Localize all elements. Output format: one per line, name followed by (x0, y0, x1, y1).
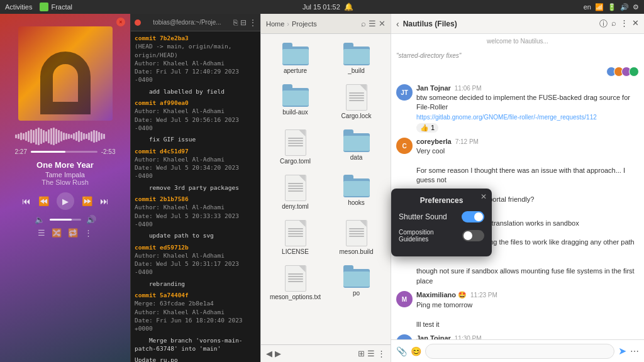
preferences-close-button[interactable]: ✕ (480, 192, 487, 201)
music-close-button[interactable]: × (116, 18, 125, 26)
terminal-menu-icon[interactable]: ⋮ (249, 18, 257, 27)
commit-author: Author: Khaleel Al-Adhami (135, 308, 257, 316)
file-item[interactable]: Cargo.toml (266, 126, 325, 168)
menu-icon[interactable]: ⋮ (84, 228, 92, 238)
files-list-view-icon[interactable]: ☰ (367, 349, 375, 358)
waveform-bar (23, 133, 25, 140)
files-close-icon[interactable]: ✕ (379, 19, 386, 28)
chat-avatar: JT (396, 84, 413, 101)
file-item[interactable]: data (327, 126, 386, 168)
breadcrumb-sep: › (287, 20, 289, 28)
folder-icon (282, 84, 309, 107)
file-item[interactable]: Cargo.lock (327, 80, 386, 123)
waveform-bar (25, 132, 27, 141)
music-player-panel: × 2:27 -2:53 One More Year Tame Impala T… (0, 14, 130, 362)
chat-message: JTJan Tojnar11:30 PMthanks, will try to,… (396, 334, 639, 339)
waveform-bar (40, 129, 42, 144)
file-name-label: _build (348, 67, 365, 74)
files-prev-icon[interactable]: ◀ (266, 349, 272, 358)
terminal-update: Update ru.po (135, 356, 257, 362)
chat-emoji-icon[interactable]: 😊 (411, 346, 421, 356)
play-pause-button[interactable]: ▶ (57, 192, 74, 210)
commit-merge: Merge: 63fcdae 2b8e1a4 (135, 299, 257, 307)
skip-forward-button[interactable]: ⏭ (100, 196, 109, 206)
shuffle-icon[interactable]: 🔀 (52, 228, 62, 238)
chat-sender-name: coreyberla (416, 138, 452, 145)
waveform-bar (78, 131, 80, 142)
chat-send-button[interactable]: ➤ (618, 345, 626, 357)
waveform-bar (88, 133, 90, 140)
composition-guidelines-row: Composition Guidelines (399, 229, 484, 243)
breadcrumb-home[interactable]: Home (266, 20, 284, 28)
file-item[interactable]: po (327, 261, 386, 304)
activities-button[interactable]: Activities (5, 3, 32, 11)
volume-bar[interactable] (50, 219, 81, 221)
volume-down-icon[interactable]: 🔈 (35, 215, 45, 224)
folder-front (343, 136, 370, 151)
files-grid-view-icon[interactable]: ⊞ (358, 349, 365, 358)
chat-more-icon[interactable]: ⋯ (630, 346, 639, 356)
chat-message-time: 11:06 PM (455, 85, 482, 92)
doc-lines (288, 228, 303, 237)
file-item[interactable]: build-aux (266, 80, 325, 123)
file-item[interactable]: _build (327, 39, 386, 78)
shutter-sound-label: Shutter Sound (399, 212, 447, 221)
chat-menu-icon[interactable]: ⋮ (620, 18, 628, 30)
waveform-bar (93, 130, 95, 143)
chat-starred-label: "starred-directory fixes" (396, 52, 639, 59)
waveform-bar (58, 130, 60, 143)
waveform-bar (60, 131, 62, 141)
chat-close-icon[interactable]: ✕ (632, 18, 639, 30)
commit-author: Author: Khaleel Al-Adhami (135, 155, 257, 163)
files-next-icon[interactable]: ▶ (275, 349, 281, 358)
chat-input[interactable] (425, 344, 614, 359)
folder-front (282, 90, 309, 106)
chat-back-button[interactable]: ‹ (396, 19, 399, 29)
waveform-bar (103, 134, 105, 139)
file-name-label: deny.toml (282, 203, 309, 210)
commit-author: Author: Khaleel Al-Adhami (135, 59, 257, 67)
composition-guidelines-toggle[interactable] (462, 230, 484, 241)
chat-message-header: Maximiliano 🤩11:23 PM (416, 291, 639, 299)
files-view-icon[interactable]: ☰ (369, 19, 376, 28)
file-item[interactable]: meson_options.txt (266, 261, 325, 304)
terminal-split-icon[interactable]: ⊟ (240, 18, 247, 27)
commit-message: add labelled by field (135, 87, 257, 96)
terminal-copy-icon[interactable]: ⎘ (233, 18, 238, 27)
waveform-bar (18, 134, 19, 139)
queue-icon[interactable]: ☰ (38, 228, 45, 238)
track-info: One More Year Tame Impala The Slow Rush (36, 160, 94, 186)
files-breadcrumb: Home › Projects (266, 20, 357, 28)
waveform-bar (73, 133, 75, 140)
waveform-bar (101, 133, 103, 140)
volume-up-icon[interactable]: 🔊 (86, 215, 96, 224)
chat-info-icon[interactable]: ⓘ (599, 18, 608, 30)
chat-message: JTJan Tojnar11:06 PMbtw someone decided … (396, 84, 639, 133)
terminal-close-dot[interactable] (135, 19, 141, 26)
file-item[interactable]: LICENSE (266, 216, 325, 259)
chat-search-icon[interactable]: ⌕ (611, 18, 616, 30)
progress-row[interactable]: 2:27 -2:53 (15, 148, 116, 155)
skip-back-button[interactable]: ⏮ (22, 196, 31, 206)
chat-welcome: welcome to Nautilus... (396, 38, 639, 45)
chat-reaction[interactable]: 👍 1 (416, 123, 438, 133)
files-grid: aperture _build build-aux Cargo.lock (261, 34, 391, 344)
commit-date: Date: Wed Jul 5 20:56:16 2023 -0400 (135, 116, 257, 133)
doc-icon (285, 175, 306, 201)
file-item[interactable]: hooks (327, 171, 386, 214)
file-item[interactable]: deny.toml (266, 171, 325, 214)
chat-link[interactable]: https://gitlab.gnome.org/GNOME/file-roll… (416, 114, 597, 121)
repeat-icon[interactable]: 🔁 (68, 228, 78, 238)
next-button[interactable]: ⏩ (82, 196, 92, 206)
shutter-sound-toggle[interactable] (462, 211, 484, 222)
progress-bar[interactable] (31, 151, 97, 153)
prev-button[interactable]: ⏪ (38, 196, 49, 206)
file-item[interactable]: meson.build (327, 216, 386, 259)
commit-date: Date: Fri Jun 16 18:20:40 2023 +0000 (135, 316, 257, 333)
chat-attachment-icon[interactable]: 📎 (396, 346, 407, 356)
chat-messages: welcome to Nautilus..."starred-directory… (391, 34, 644, 339)
file-item[interactable]: aperture (266, 39, 325, 78)
files-search-icon[interactable]: ⌕ (361, 19, 366, 28)
breadcrumb-projects[interactable]: Projects (292, 20, 317, 28)
files-more-icon[interactable]: ⋮ (377, 349, 386, 358)
